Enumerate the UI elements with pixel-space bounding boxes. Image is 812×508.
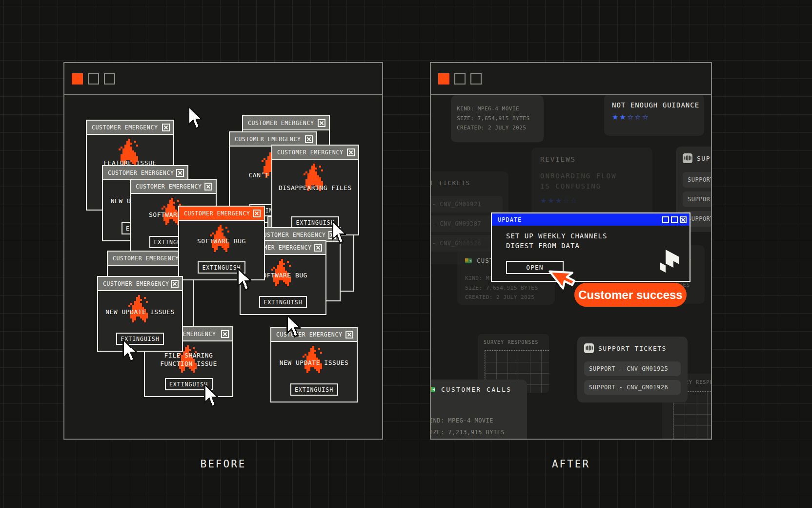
emergency-window-new-update-right[interactable]: CUSTOMER EMERGENCY NEW UPDATE ISSUES EXT…: [270, 327, 358, 402]
update-title: UPDATE: [498, 216, 660, 223]
window-control-close[interactable]: [72, 73, 83, 85]
window-title: CUSTOMER EMERGENCY: [235, 136, 305, 143]
close-icon[interactable]: [680, 216, 687, 223]
emergency-window-disappearing-files[interactable]: CUSTOMER EMERGENCY DISAPPEARING FILES EX…: [271, 145, 359, 235]
reviews-title: REVIEWS: [540, 155, 644, 163]
tickets-title: SUPPORT TICKETS: [598, 345, 667, 352]
star-rating-dim: ★★★☆☆: [540, 196, 644, 205]
meet-icon: [465, 257, 472, 265]
window-control-close[interactable]: [438, 73, 449, 85]
window-title: CUSTOMER EMERGENCY: [108, 169, 176, 176]
ticket-row[interactable]: SUPPORT - CNV_GM09387: [683, 191, 712, 207]
window-title: CUSTOMER EMERGENCY: [184, 210, 253, 217]
window-titlebar[interactable]: CUSTOMER EMERGENCY: [98, 277, 182, 291]
file-kind: KIND: MPEG-4 MOVIE: [457, 104, 538, 114]
file-size: SIZE: 7,654,915 BYTES: [465, 283, 538, 293]
mouse-cursor-icon: [331, 221, 346, 244]
before-panel: CUSTOMER EMERGENCY CUSTOMER EMERGENCY CA…: [63, 62, 383, 440]
tickets-title: SUPPORT TICKETS: [430, 179, 470, 187]
close-icon[interactable]: [221, 330, 229, 338]
minimize-icon[interactable]: [662, 216, 669, 223]
window-title: CUSTOMER EMERGENCY: [277, 149, 347, 156]
update-window[interactable]: UPDATE SET UP WEEKLY CHANNELS DIGEST FRO…: [491, 212, 690, 282]
review-line1: ONBOARDING FLOW: [540, 171, 644, 181]
window-title: CUSTOMER EMERGENCY: [92, 124, 162, 131]
ticket-row[interactable]: SUPPORT - CNV_GM01926: [584, 380, 681, 395]
window-title: CUSTOMER EMERGENCY: [103, 280, 171, 287]
window-titlebar[interactable]: CUSTOMER EMERGENCY: [103, 166, 187, 180]
window-title: CUSTOMER EMERGENCY: [136, 183, 204, 190]
close-icon[interactable]: [204, 183, 212, 190]
window-titlebar[interactable]: CUSTOMER EMERGENCY: [272, 146, 358, 160]
mouse-cursor-icon: [286, 315, 301, 338]
emergency-window-software-orange[interactable]: CUSTOMER EMERGENCY SOFTWARE BUG EXTINGUI…: [178, 206, 265, 280]
survey-title: SURVEY RESPONSES: [484, 339, 538, 345]
file-kind: KIND: MPEG-4 MOVIE: [430, 415, 505, 426]
window-control-maximize[interactable]: [470, 73, 482, 85]
window-titlebar[interactable]: CUSTOMER EMERGENCY: [131, 180, 216, 194]
file-info-card: KIND: MPEG-4 MOVIE SIZE: 7,654,915 BYTES…: [451, 95, 544, 142]
ticket-row[interactable]: SUPPORT - CNV_GM01925: [584, 361, 681, 376]
window-titlebar[interactable]: CUSTOMER EMERGENCY: [271, 328, 357, 342]
close-icon[interactable]: [347, 148, 355, 156]
close-icon[interactable]: [305, 135, 313, 143]
close-icon[interactable]: [171, 280, 179, 288]
window-titlebar-active[interactable]: CUSTOMER EMERGENCY: [179, 207, 264, 221]
window-title: CUSTOMER EMERGENCY: [113, 255, 182, 262]
meet-icon: [430, 385, 436, 394]
close-icon[interactable]: [314, 244, 322, 252]
after-panel-titlebar: [431, 63, 711, 95]
extinguish-button[interactable]: EXTINGUISH: [259, 296, 307, 308]
extinguish-button[interactable]: EXTINGUISH: [290, 383, 338, 396]
file-size: SIZE: 7,654,915 BYTES: [457, 114, 538, 124]
ticket-row[interactable]: SUPPORT - CNV_GM01921: [430, 196, 503, 212]
review-line2: IS CONFUSING: [540, 181, 644, 191]
mouse-cursor-icon: [122, 339, 137, 362]
after-panel: KIND: MPEG-4 MOVIE SIZE: 7,654,915 BYTES…: [430, 62, 712, 440]
issue-label: SOFTWARE BUG: [182, 223, 261, 259]
ticket-row[interactable]: SUPPORT - CNV_GM01921: [683, 172, 712, 188]
marketing-before-after-graphic: { "labels": { "before": "BEFORE", "after…: [0, 0, 812, 508]
close-icon[interactable]: [318, 119, 325, 127]
before-caption: BEFORE: [63, 458, 383, 470]
maximize-icon[interactable]: [671, 216, 678, 223]
window-control-minimize[interactable]: [454, 73, 466, 85]
intercom-icon: [584, 343, 594, 353]
window-titlebar[interactable]: CUSTOMER EMERGENCY: [87, 121, 173, 135]
emergency-window-new-update-left[interactable]: CUSTOMER EMERGENCY NEW UPDATE ISSUES EXT…: [97, 276, 183, 352]
issue-label: NEW UPDATE ISSUES: [101, 293, 179, 330]
close-icon[interactable]: [176, 169, 184, 177]
window-title: CUSTOMER EMERGENCY: [248, 120, 318, 127]
calls-title: CUSTOMER CALLS: [441, 386, 512, 393]
intercom-icon: [683, 153, 692, 163]
window-titlebar[interactable]: CUSTOMER EMERGENCY: [243, 116, 329, 130]
mouse-cursor-icon: [187, 106, 202, 129]
tickets-title: SUPPORT TICKETS: [697, 155, 712, 162]
update-titlebar[interactable]: UPDATE: [492, 213, 690, 226]
window-control-maximize[interactable]: [104, 73, 115, 85]
star-rating: ★★☆☆☆: [612, 113, 696, 122]
close-icon[interactable]: [345, 331, 353, 339]
guidance-review-card: NOT ENOUGH GUIDANCE ★★☆☆☆: [604, 94, 704, 136]
customer-calls-card: CUSTOMER CALLS KIND: MPEG-4 MOVIE SIZE: …: [430, 380, 527, 440]
support-tickets-card-bottom: SUPPORT TICKETS SUPPORT - CNV_GM01925 SU…: [577, 337, 688, 402]
close-icon[interactable]: [162, 124, 170, 131]
file-created: CREATED: 2 JULY 2025: [457, 123, 538, 133]
file-size: SIZE: 7,213,915 BYTES: [430, 426, 505, 438]
review-title: NOT ENOUGH GUIDANCE: [612, 101, 696, 109]
close-icon[interactable]: [253, 210, 261, 217]
after-caption: AFTER: [430, 458, 712, 470]
product-logo-icon: [660, 250, 679, 276]
cursor-name-tag: Customer success: [574, 283, 687, 307]
mouse-cursor-icon: [237, 268, 251, 291]
file-created: CREATED: 2 JULY 2025: [465, 293, 538, 302]
before-panel-titlebar: [64, 63, 382, 95]
window-title: CUSTOMER EMERGENCY: [260, 232, 328, 238]
issue-label: NEW UPDATE ISSUES: [274, 344, 354, 381]
update-line2: DIGEST FROM DATA: [506, 242, 580, 250]
issue-label: DISAPPEARING FILES: [275, 162, 355, 214]
mouse-cursor-icon: [203, 384, 218, 407]
window-control-minimize[interactable]: [88, 73, 99, 85]
update-line1: SET UP WEEKLY CHANNELS: [506, 232, 607, 240]
reviews-card: REVIEWS ONBOARDING FLOW IS CONFUSING ★★★…: [531, 148, 652, 216]
